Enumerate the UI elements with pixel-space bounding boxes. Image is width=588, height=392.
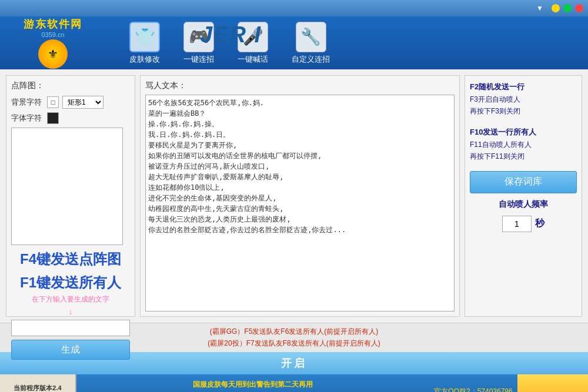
shape-select[interactable]: 矩形1 矩形2 圆形 三角	[62, 96, 103, 109]
hint-f10: F10发送一行所有人	[470, 126, 577, 139]
f1-send-text[interactable]: F1键发送所有人	[11, 273, 130, 292]
tab-skin[interactable]: 👕 皮肤修改	[123, 19, 166, 67]
hint-block-1: F2随机发送一行 F3开启自动喷人 再按下F3则关闭	[470, 81, 577, 118]
hint-f11-close: 再按下F11则关闭	[470, 150, 577, 162]
hint-f3-close: 再按下F3则关闭	[470, 105, 577, 117]
current-version: 当前程序版本2.4	[14, 384, 61, 392]
hint-f3-open: F3开启自动喷人	[470, 93, 577, 105]
generate-button[interactable]: 生成	[11, 340, 130, 360]
tab-connect-label: 一键连招	[183, 54, 214, 65]
footer: 当前程序版本2.4 程序最新版本2.4 冰心工作室 国服皮肤每天用到出警告到第二…	[0, 374, 588, 392]
close-button[interactable]	[575, 4, 583, 12]
minimize-button[interactable]	[552, 4, 560, 12]
jer-i-text: JER I	[200, 22, 262, 48]
qq-group: 官方QQ群2：574036796	[434, 387, 512, 392]
hint-block-2: F10发送一行所有人 F11自动喷人所有人 再按下F11则关闭	[470, 126, 577, 163]
logo-subtitle: 0359.cn	[41, 31, 64, 38]
generate-input[interactable]	[11, 320, 130, 336]
curse-text-title: 骂人文本：	[145, 81, 455, 91]
notice-main: 国服皮肤每天用到出警告到第二天再用	[193, 380, 313, 390]
font-char-label: 字体字符	[11, 113, 44, 123]
bg-char-box[interactable]: □	[47, 96, 59, 108]
freq-input-row: 秒	[470, 216, 577, 232]
curse-textarea[interactable]	[145, 95, 455, 311]
bg-char-label: 背景字符	[11, 97, 44, 108]
middle-panel: 骂人文本：	[140, 75, 460, 317]
footer-left: 当前程序版本2.4 程序最新版本2.4 冰心工作室	[0, 374, 76, 392]
tab-custom-label: 自定义连招	[292, 54, 330, 65]
left-panel: 点阵图： 背景字符 □ 矩形1 矩形2 圆形 三角 字体字符 F4键发送点阵图 …	[6, 75, 135, 317]
save-vocab-button[interactable]: 保存词库	[470, 171, 577, 193]
freq-input[interactable]	[502, 216, 532, 232]
font-char-row: 字体字符	[11, 112, 130, 124]
skin-icon: 👕	[129, 22, 160, 52]
bg-char-row: 背景字符 □ 矩形1 矩形2 圆形 三角	[11, 96, 130, 109]
footer-center: 国服皮肤每天用到出警告到第二天再用 点我可以下载不警告皮肤包哦！ 功能无效请以管…	[76, 374, 429, 392]
maximize-button[interactable]	[563, 4, 572, 12]
header: 游东软件网 0359.cn ⚜ JER I 👕 皮肤修改 🎮 一键连招 🎤 一键…	[0, 16, 588, 69]
tab-skin-label: 皮肤修改	[129, 54, 160, 65]
launch-game-button[interactable]: 启动游戏	[517, 374, 588, 392]
main-content: 点阵图： 背景字符 □ 矩形1 矩形2 圆形 三角 字体字符 F4键发送点阵图 …	[0, 69, 588, 323]
footer-right: 官方QQ群2：574036796 广告位招租!	[429, 374, 517, 392]
arrow-down-icon: ↓	[11, 307, 130, 316]
hint-f11-open: F11自动喷人所有人	[470, 139, 577, 150]
freq-unit: 秒	[535, 217, 544, 230]
logo-emblem: ⚜	[38, 39, 68, 69]
f4-send-text[interactable]: F4键发送点阵图	[11, 250, 130, 269]
input-hint: 在下方输入要生成的文字	[11, 294, 130, 304]
logo-top: 游东软件网	[24, 17, 82, 31]
tab-shout-label: 一键喊话	[238, 54, 268, 65]
title-bar: ▼	[0, 0, 588, 16]
hint-f2: F2随机发送一行	[470, 81, 577, 93]
open-button[interactable]: 开启	[281, 356, 307, 370]
dot-matrix-display	[11, 128, 123, 245]
logo-area: 游东软件网 0359.cn ⚜	[6, 17, 100, 69]
right-panel: F2随机发送一行 F3开启自动喷人 再按下F3则关闭 F10发送一行所有人 F1…	[465, 75, 582, 317]
wifi-icon: ▼	[536, 4, 543, 12]
font-char-box[interactable]	[47, 112, 59, 124]
tab-custom[interactable]: 🔧 自定义连招	[286, 19, 336, 67]
freq-label: 自动喷人频率	[470, 199, 577, 210]
dot-matrix-title: 点阵图：	[11, 81, 130, 91]
custom-icon: 🔧	[296, 22, 326, 52]
